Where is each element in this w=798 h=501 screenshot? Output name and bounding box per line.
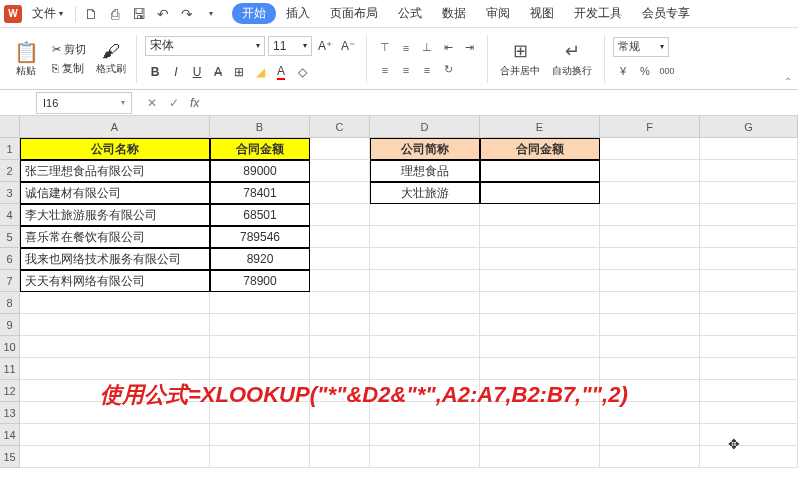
cell-D9[interactable] — [370, 314, 480, 336]
col-header-f[interactable]: F — [600, 116, 700, 138]
cell-E4[interactable] — [480, 204, 600, 226]
thousand-button[interactable]: 000 — [657, 61, 677, 81]
cell-E8[interactable] — [480, 292, 600, 314]
qat-dropdown-icon[interactable]: ▾ — [200, 3, 222, 25]
fx-icon[interactable]: fx — [190, 96, 199, 110]
cell-E10[interactable] — [480, 336, 600, 358]
orientation-icon[interactable]: ↻ — [438, 60, 458, 80]
increase-font-icon[interactable]: A⁺ — [315, 36, 335, 56]
name-box[interactable]: I16▾ — [36, 92, 132, 114]
cell-A11[interactable] — [20, 358, 210, 380]
clear-format-button[interactable]: ◇ — [292, 62, 312, 82]
font-color-button[interactable]: A — [271, 62, 291, 82]
cell-E5[interactable] — [480, 226, 600, 248]
strikethrough-button[interactable]: A̶ — [208, 62, 228, 82]
cell-C6[interactable] — [310, 248, 370, 270]
indent-increase-icon[interactable]: ⇥ — [459, 38, 479, 58]
cell-F5[interactable] — [600, 226, 700, 248]
cell-E1[interactable]: 合同金额 — [480, 138, 600, 160]
row-header-7[interactable]: 7 — [0, 270, 20, 292]
cell-E7[interactable] — [480, 270, 600, 292]
cell-E15[interactable] — [480, 446, 600, 468]
cell-C14[interactable] — [310, 424, 370, 446]
align-top-icon[interactable]: ⊤ — [375, 38, 395, 58]
cell-F15[interactable] — [600, 446, 700, 468]
cell-D15[interactable] — [370, 446, 480, 468]
cell-G10[interactable] — [700, 336, 798, 358]
cell-D8[interactable] — [370, 292, 480, 314]
tab-formulas[interactable]: 公式 — [388, 1, 432, 26]
cell-F11[interactable] — [600, 358, 700, 380]
underline-button[interactable]: U — [187, 62, 207, 82]
cell-A10[interactable] — [20, 336, 210, 358]
confirm-icon[interactable]: ✓ — [164, 93, 184, 113]
cell-A3[interactable]: 诚信建材有限公司 — [20, 182, 210, 204]
row-header-5[interactable]: 5 — [0, 226, 20, 248]
percent-button[interactable]: % — [635, 61, 655, 81]
qat-new-icon[interactable]: 🗋 — [80, 3, 102, 25]
row-header-11[interactable]: 11 — [0, 358, 20, 380]
cells-area[interactable]: 公司名称合同金额公司简称合同金额张三理想食品有限公司89000理想食品诚信建材有… — [20, 138, 798, 468]
cell-A15[interactable] — [20, 446, 210, 468]
cell-C4[interactable] — [310, 204, 370, 226]
tab-member[interactable]: 会员专享 — [632, 1, 700, 26]
currency-button[interactable]: ¥ — [613, 61, 633, 81]
cancel-icon[interactable]: ✕ — [142, 93, 162, 113]
cell-D2[interactable]: 理想食品 — [370, 160, 480, 182]
wrap-text-button[interactable]: ↵ 自动换行 — [548, 40, 596, 78]
row-header-8[interactable]: 8 — [0, 292, 20, 314]
cell-B7[interactable]: 78900 — [210, 270, 310, 292]
copy-button[interactable]: ⎘复制 — [48, 60, 90, 77]
cell-D5[interactable] — [370, 226, 480, 248]
cell-F2[interactable] — [600, 160, 700, 182]
tab-review[interactable]: 审阅 — [476, 1, 520, 26]
qat-print-icon[interactable]: ⎙ — [104, 3, 126, 25]
cell-G2[interactable] — [700, 160, 798, 182]
merge-center-button[interactable]: ⊞ 合并居中 — [496, 40, 544, 78]
cell-C8[interactable] — [310, 292, 370, 314]
cell-C10[interactable] — [310, 336, 370, 358]
cell-G8[interactable] — [700, 292, 798, 314]
align-right-icon[interactable]: ≡ — [417, 60, 437, 80]
cell-C9[interactable] — [310, 314, 370, 336]
cell-F4[interactable] — [600, 204, 700, 226]
cell-B10[interactable] — [210, 336, 310, 358]
cell-A2[interactable]: 张三理想食品有限公司 — [20, 160, 210, 182]
row-header-15[interactable]: 15 — [0, 446, 20, 468]
cell-G15[interactable] — [700, 446, 798, 468]
spreadsheet-grid[interactable]: ABCDEFG 123456789101112131415 公司名称合同金额公司… — [0, 116, 798, 500]
cell-B15[interactable] — [210, 446, 310, 468]
cell-D7[interactable] — [370, 270, 480, 292]
align-center-icon[interactable]: ≡ — [396, 60, 416, 80]
collapse-ribbon-icon[interactable]: ⌃ — [784, 76, 792, 87]
cell-F14[interactable] — [600, 424, 700, 446]
cell-A7[interactable]: 天天有料网络有限公司 — [20, 270, 210, 292]
col-header-a[interactable]: A — [20, 116, 210, 138]
select-all-corner[interactable] — [0, 116, 20, 138]
row-header-10[interactable]: 10 — [0, 336, 20, 358]
row-header-3[interactable]: 3 — [0, 182, 20, 204]
cell-F6[interactable] — [600, 248, 700, 270]
cell-F3[interactable] — [600, 182, 700, 204]
cell-G6[interactable] — [700, 248, 798, 270]
cell-D4[interactable] — [370, 204, 480, 226]
cell-G13[interactable] — [700, 402, 798, 424]
cell-G4[interactable] — [700, 204, 798, 226]
align-bottom-icon[interactable]: ⊥ — [417, 38, 437, 58]
col-header-g[interactable]: G — [700, 116, 798, 138]
col-header-b[interactable]: B — [210, 116, 310, 138]
row-header-13[interactable]: 13 — [0, 402, 20, 424]
cell-A1[interactable]: 公司名称 — [20, 138, 210, 160]
border-button[interactable]: ⊞ — [229, 62, 249, 82]
cell-G3[interactable] — [700, 182, 798, 204]
qat-undo-icon[interactable]: ↶ — [152, 3, 174, 25]
cell-A14[interactable] — [20, 424, 210, 446]
align-middle-icon[interactable]: ≡ — [396, 38, 416, 58]
file-menu[interactable]: 文件▾ — [24, 3, 71, 24]
cell-E2[interactable] — [480, 160, 600, 182]
cell-G11[interactable] — [700, 358, 798, 380]
row-header-2[interactable]: 2 — [0, 160, 20, 182]
cell-A5[interactable]: 喜乐常在餐饮有限公司 — [20, 226, 210, 248]
cell-C7[interactable] — [310, 270, 370, 292]
cell-B14[interactable] — [210, 424, 310, 446]
